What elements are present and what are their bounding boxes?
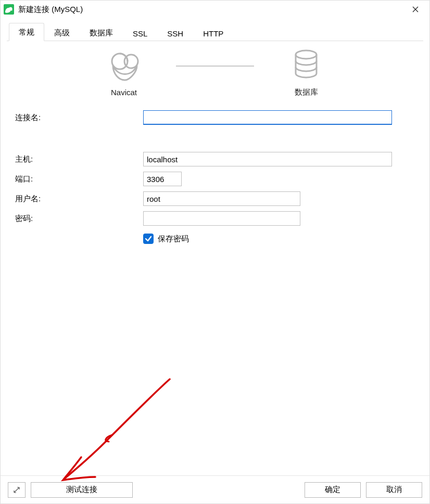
user-label: 用户名: xyxy=(14,194,143,204)
ok-button[interactable]: 确定 xyxy=(305,482,361,498)
user-input[interactable] xyxy=(143,191,300,206)
tab-general[interactable]: 常规 xyxy=(9,23,44,41)
host-input[interactable] xyxy=(143,152,392,166)
window-title: 新建连接 (MySQL) xyxy=(18,5,83,15)
test-connection-button[interactable]: 测试连接 xyxy=(31,482,133,498)
resize-grip-button[interactable] xyxy=(8,482,26,498)
check-icon xyxy=(145,235,152,242)
diagram-left-label: Navicat xyxy=(111,88,137,97)
dialog-footer: 测试连接 确定 取消 xyxy=(1,475,429,503)
save-password-label: 保存密码 xyxy=(158,234,189,244)
tab-databases[interactable]: 数据库 xyxy=(80,23,123,41)
tab-ssh[interactable]: SSH xyxy=(157,24,193,41)
tab-http[interactable]: HTTP xyxy=(193,24,233,41)
port-label: 端口: xyxy=(14,174,143,184)
tabs: 常规 高级 数据库 SSL SSH HTTP xyxy=(7,22,423,41)
host-label: 主机: xyxy=(14,154,143,164)
password-label: 密码: xyxy=(14,214,143,224)
connection-form: 连接名: 主机: 端口: 用户名: xyxy=(7,101,423,244)
tab-ssl[interactable]: SSL xyxy=(123,24,157,41)
svg-point-3 xyxy=(296,50,317,59)
password-input[interactable] xyxy=(143,211,300,226)
database-icon xyxy=(293,49,319,82)
connection-diagram: Navicat 数据库 xyxy=(7,41,423,101)
port-input[interactable] xyxy=(143,172,182,186)
navicat-app-icon xyxy=(4,4,14,15)
dialog-body: 常规 高级 数据库 SSL SSH HTTP Navicat xyxy=(1,18,429,475)
close-button[interactable] xyxy=(403,1,427,18)
titlebar: 新建连接 (MySQL) xyxy=(1,1,429,18)
diagram-right-label: 数据库 xyxy=(295,87,318,97)
navicat-icon xyxy=(108,50,140,83)
conn-name-input[interactable] xyxy=(143,110,392,125)
tab-advanced[interactable]: 高级 xyxy=(44,23,80,41)
cancel-button[interactable]: 取消 xyxy=(366,482,422,498)
close-icon xyxy=(412,6,419,12)
resize-icon xyxy=(12,486,21,494)
conn-name-label: 连接名: xyxy=(14,113,143,123)
save-password-checkbox[interactable] xyxy=(143,234,154,244)
dialog-window: 新建连接 (MySQL) 常规 高级 数据库 SSL SSH HTTP xyxy=(0,0,430,504)
diagram-connector-line xyxy=(176,66,254,67)
